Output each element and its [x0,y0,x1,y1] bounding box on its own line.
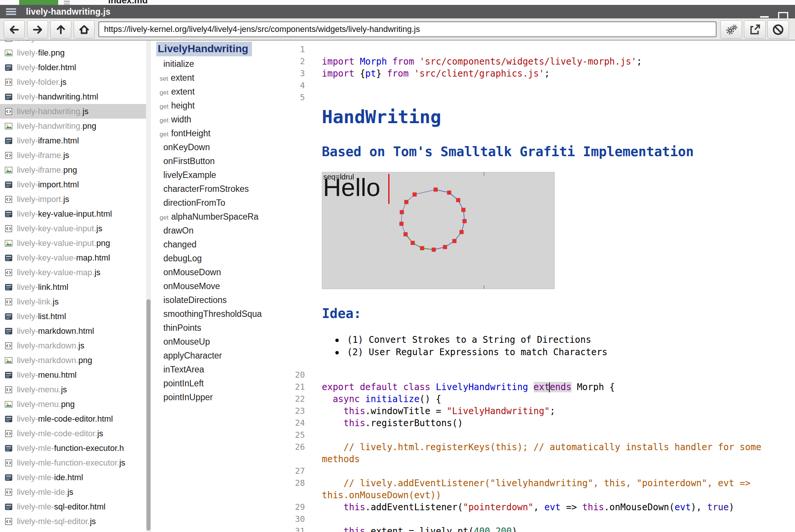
outline-method-row[interactable]: onMouseUp [155,335,276,349]
outline-method-row[interactable]: getfontHeight [155,127,276,140]
file-row[interactable]: lively-iframe.js [0,148,146,163]
file-row[interactable]: lively-iframe.png [0,163,146,177]
outline-method-row[interactable]: changed [155,238,276,252]
outline-method-row[interactable]: getwidth [155,113,276,127]
file-row[interactable]: lively-mle-ide.html [0,470,146,485]
back-button[interactable] [4,20,25,39]
file-row[interactable]: lively-iframe.html [0,133,146,148]
file-row[interactable]: lively-list.html [0,309,146,324]
file-row[interactable]: lively-mle-ide.js [0,485,146,499]
outline-method-row[interactable]: getheight [155,99,276,113]
outline-method-row[interactable]: thinPoints [155,321,276,335]
file-row[interactable]: lively-handwriting.js [0,104,146,119]
forward-button[interactable] [27,20,48,39]
file-row[interactable]: lively-menu.js [0,382,146,397]
file-row[interactable]: lively-mle-function-executor.js [0,455,146,470]
outline-method-row[interactable]: onMouseMove [155,279,276,293]
code-line[interactable]: 1 [276,44,795,56]
file-name-dim: lively-folder. [17,77,60,87]
outline-method-row[interactable]: setextent [155,71,276,85]
code-line[interactable]: 31 this.extent = lively.pt(400,200) [276,525,795,532]
url-input[interactable] [98,21,717,37]
code-line[interactable]: 25 [276,429,795,441]
code-line[interactable]: 4 [276,80,795,92]
outline-method-row[interactable]: smoothingThresholdSqua [155,307,276,321]
outline-method-row[interactable]: applyCharacter [155,349,276,363]
file-row[interactable]: lively-import.html [0,177,146,192]
file-row[interactable]: lively-link.js [0,294,146,309]
outline-method-row[interactable]: directionFromTo [155,196,276,210]
scrollbar-thumb[interactable] [146,299,151,530]
outline-method-row[interactable]: getalphaNumberSpaceRa [155,210,276,224]
block-button[interactable] [767,20,789,39]
outline-method-row[interactable]: initialize [155,57,276,71]
code-line[interactable]: 28 // lively.addEventListener("livelyhan… [276,477,795,489]
file-row[interactable]: lively-handwriting.png [0,119,146,133]
file-row[interactable]: lively-link.html [0,280,146,294]
outline-method-row[interactable]: isolateDirections [155,293,276,307]
menu-icon[interactable] [6,7,16,16]
code-line[interactable]: 5 [276,92,795,104]
file-row[interactable]: lively-mle-sql-editor.js [0,514,146,529]
minimize-button[interactable] [760,16,769,18]
js-file-icon [5,459,13,467]
code-line[interactable]: this.onMouseDown(evt)) [276,489,795,501]
code-line[interactable]: 22 async initialize() { [276,393,795,405]
code-line[interactable]: 3import {pt} from 'src/client/graphics.j… [276,68,795,80]
code-line[interactable]: 24 this.registerButtons() [276,417,795,429]
file-row[interactable]: lively-key-value-input.js [0,221,146,236]
file-row[interactable]: lively-handwriting.html [0,89,146,104]
file-row[interactable]: lively-key-value-input.html [0,206,146,221]
file-row[interactable]: lively-key-value-input.png [0,236,146,250]
file-row[interactable]: lively-markdown.js [0,338,146,353]
code-line[interactable]: 20 [276,369,795,381]
code-line[interactable]: 26 // lively.html.registerKeys(this); //… [276,441,795,453]
outline-method-row[interactable]: onKeyDown [155,140,276,154]
file-row[interactable]: lively-menu.png [0,397,146,411]
outline-method-row[interactable]: pointInLeft [155,377,276,390]
outline-method-row[interactable]: onFirstButton [155,154,276,168]
outline-class-name[interactable]: LivelyHandwriting [156,42,252,56]
outline-method-row[interactable]: getextent [155,85,276,99]
outline-method-row[interactable]: inTextArea [155,363,276,377]
outline-method-row[interactable]: drawOn [155,224,276,238]
file-name-dim: lively-import. [17,194,63,204]
code-line[interactable]: 27 [276,465,795,477]
file-row[interactable]: lively-markdown.html [0,324,146,338]
outline-method-row[interactable]: pointInUpper [155,390,276,404]
file-row[interactable]: lively-mle-sql-editor.html [0,499,146,514]
file-row[interactable]: lively-menu.html [0,368,146,382]
method-name: debugLog [163,253,202,263]
file-row[interactable]: lively-mle-function-executor.h [0,441,146,455]
file-row[interactable]: lively-markdown.png [0,353,146,368]
file-row[interactable]: lively-mle-code-editor.html [0,411,146,426]
code-line[interactable]: 30 [276,513,795,525]
file-row[interactable]: lively- [0,41,146,45]
up-button[interactable] [50,20,71,39]
code-line[interactable]: 21export default class LivelyHandwriting… [276,381,795,393]
file-row[interactable]: lively-folder.js [0,75,146,89]
outline-method-row[interactable]: characterFromStrokes [155,182,276,196]
code-line[interactable]: 29 this.addEventListener("pointerdown", … [276,501,795,513]
code-line[interactable]: 2import Morph from 'src/components/widge… [276,56,795,68]
open-external-button[interactable] [744,20,766,39]
outline-method-row[interactable]: onMouseDown [155,265,276,279]
file-name-dim: lively-menu. [17,399,61,409]
outline-method-row[interactable]: livelyExample [155,168,276,182]
file-row[interactable]: lively-import.js [0,192,146,206]
code-line[interactable]: 23 this.windowTitle = "LivelyHandwriting… [276,405,795,417]
outline-method-row[interactable]: debugLog [155,252,276,265]
handwriting-canvas[interactable]: Hello seq=ldrul [322,172,555,289]
file-row[interactable]: lively-mle-code-editor.js [0,426,146,441]
method-name: inTextArea [163,365,204,374]
file-row[interactable]: lively-folder.html [0,60,146,75]
home-button[interactable] [74,20,95,39]
code-line[interactable]: methods [276,453,795,465]
method-name: onKeyDown [163,142,210,152]
file-row[interactable]: lively-key-value-map.html [0,250,146,265]
accessor-prefix: get [160,89,169,96]
file-list-scrollbar[interactable] [146,41,151,532]
file-row[interactable]: lively-file.png [0,45,146,60]
settings-button[interactable] [720,20,742,39]
file-row[interactable]: lively-key-value-map.js [0,265,146,280]
